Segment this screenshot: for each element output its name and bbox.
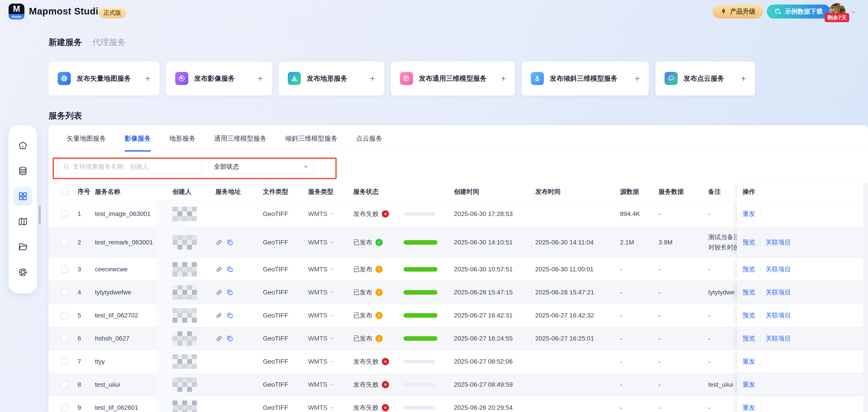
service-type-dropdown[interactable]: WMTS: [308, 381, 335, 388]
row-checkbox[interactable]: [61, 266, 68, 273]
service-url-link-icon[interactable]: [215, 239, 223, 246]
tab-proxy-service[interactable]: 代理服务: [92, 37, 126, 48]
action-divider: [760, 312, 761, 319]
action-link[interactable]: 预览: [743, 265, 755, 274]
service-tab-6[interactable]: 点云服务: [356, 125, 382, 151]
action-link[interactable]: 预览: [743, 288, 755, 297]
row-checkbox[interactable]: [61, 358, 68, 365]
sidebar-item-database[interactable]: [10, 158, 35, 184]
service-tab-5[interactable]: 倾斜三维模型服务: [285, 125, 338, 151]
action-link[interactable]: 关联项目: [766, 288, 791, 297]
progress-bar-empty: [403, 360, 435, 363]
service-tab-1[interactable]: 矢量地图服务: [67, 125, 106, 151]
service-tab-2[interactable]: 影像服务: [125, 125, 151, 151]
action-divider: [760, 239, 761, 246]
service-list-title: 服务列表: [49, 110, 82, 121]
service-name: test_uiiui: [95, 381, 120, 388]
row-checkbox[interactable]: [61, 239, 68, 246]
source-data-size: -: [620, 289, 622, 296]
row-checkbox[interactable]: [61, 289, 68, 296]
remark: -: [708, 403, 710, 412]
copy-url-icon[interactable]: [226, 312, 234, 319]
sidebar: [8, 125, 37, 294]
created-time: 2025-06-27 08:49:59: [454, 381, 513, 388]
sidebar-item-folder[interactable]: [10, 234, 35, 260]
status-warning-icon: !: [375, 335, 383, 342]
creator-censored: [173, 235, 197, 249]
service-type-dropdown[interactable]: WMTS: [308, 266, 335, 273]
service-type-dropdown[interactable]: WMTS: [308, 289, 335, 296]
action-link[interactable]: 预览: [743, 334, 755, 343]
col-header-name: 服务名称: [95, 187, 120, 196]
page-scrollbar-thumb[interactable]: [39, 205, 41, 224]
service-url-link-icon[interactable]: [215, 312, 223, 319]
action-link[interactable]: 重发: [743, 404, 755, 412]
globe-grid-icon: [58, 72, 71, 85]
row-index: 2: [78, 239, 81, 246]
copy-url-icon[interactable]: [226, 266, 234, 273]
service-url-link-icon[interactable]: [215, 266, 223, 273]
select-all-checkbox[interactable]: [61, 188, 68, 195]
service-tab-4[interactable]: 通用三维模型服务: [214, 125, 267, 151]
publish-card-1[interactable]: 发布矢量地图服务+: [49, 61, 159, 95]
service-type-dropdown[interactable]: WMTS: [308, 312, 335, 319]
tabs-divider: [49, 151, 868, 152]
row-index: 9: [78, 404, 81, 411]
publish-card-5[interactable]: 发布倾斜三维模型服务+: [522, 61, 649, 95]
copy-url-icon[interactable]: [226, 289, 234, 296]
publish-card-6[interactable]: 发布点云服务+: [655, 61, 755, 95]
action-link[interactable]: 关联项目: [766, 238, 791, 247]
action-link[interactable]: 关联项目: [766, 334, 791, 343]
service-url-link-icon[interactable]: [215, 289, 223, 296]
service-url-link-icon[interactable]: [215, 335, 223, 342]
copy-url-icon[interactable]: [226, 239, 234, 246]
source-data-size: -: [620, 335, 622, 342]
row-checkbox[interactable]: [61, 404, 68, 411]
progress-bar-full: [403, 290, 437, 295]
progress: [403, 360, 435, 363]
action-link[interactable]: 重发: [743, 380, 755, 389]
service-name: test_tif_062601: [95, 404, 138, 411]
sample-data-download-button[interactable]: 示例数据下载: [767, 4, 831, 19]
file-type: GeoTIFF: [263, 312, 288, 319]
row-checkbox[interactable]: [61, 312, 68, 319]
action-link[interactable]: 关联项目: [766, 265, 791, 274]
user-menu-chevron-down-icon[interactable]: [850, 9, 856, 15]
sidebar-item-home[interactable]: [10, 133, 35, 158]
app-root: M Studio Mapmost Studio 正式版 产品升级 示例数据下载 …: [0, 0, 868, 412]
service-type-dropdown[interactable]: WMTS: [308, 358, 335, 365]
row-checkbox[interactable]: [61, 381, 68, 388]
action-link[interactable]: 关联项目: [766, 311, 791, 320]
sidebar-item-grid[interactable]: [10, 184, 35, 209]
service-type-dropdown[interactable]: WMTS: [308, 404, 335, 411]
service-tab-3[interactable]: 地形服务: [169, 125, 195, 151]
sidebar-item-map[interactable]: [10, 209, 35, 234]
source-data-size: 894.4K: [620, 210, 640, 217]
service-name: tytytydwefwe: [95, 289, 131, 296]
table-scrollbar-track[interactable]: [863, 183, 868, 412]
product-upgrade-button[interactable]: 产品升级: [712, 4, 763, 19]
action-link[interactable]: 预览: [743, 238, 755, 247]
service-type-dropdown[interactable]: WMTS: [308, 210, 335, 217]
row-checkbox[interactable]: [61, 210, 68, 217]
action-link[interactable]: 预览: [743, 311, 755, 320]
action-link[interactable]: 重发: [743, 210, 755, 218]
action-link[interactable]: 重发: [743, 357, 755, 366]
row-index: 6: [78, 335, 81, 342]
publish-card-2[interactable]: 发布影像服务+: [166, 61, 272, 95]
publish-card-4[interactable]: 发布通用三维模型服务+: [391, 61, 515, 95]
sidebar-item-gear[interactable]: [10, 260, 35, 285]
service-type-dropdown[interactable]: WMTS: [308, 239, 335, 246]
publish-card-3[interactable]: 发布地形服务+: [279, 61, 384, 95]
row-checkbox[interactable]: [61, 335, 68, 342]
tab-new-service[interactable]: 新建服务: [49, 37, 82, 48]
created-time: 2025-06-30 10:57:51: [454, 266, 513, 273]
app-logo[interactable]: M Studio: [8, 4, 24, 20]
action-divider: [760, 358, 761, 365]
progress: [403, 406, 435, 410]
version-badge: 正式版: [98, 7, 126, 18]
service-type-dropdown[interactable]: WMTS: [308, 335, 335, 342]
service-status: 已发布!: [353, 288, 383, 297]
remark: -: [708, 209, 710, 219]
copy-url-icon[interactable]: [226, 335, 234, 342]
